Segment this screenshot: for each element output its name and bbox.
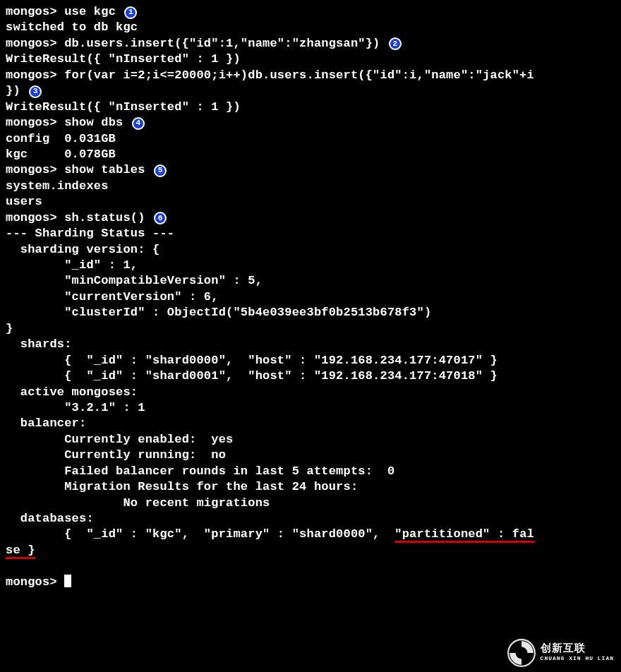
terminal-line: No recent migrations (6, 496, 615, 511)
terminal-line: users (6, 194, 615, 210)
annotation-badge-6: 6 (154, 212, 167, 224)
command-text: use kgc (64, 5, 116, 18)
annotation-badge-2: 2 (389, 37, 402, 50)
command-text: sh.status() (64, 211, 145, 224)
command-text: }) (6, 84, 20, 97)
prompt: mongos> (6, 211, 64, 224)
terminal-line: } (6, 321, 615, 337)
terminal-line: --- Sharding Status --- (6, 226, 615, 241)
annotation-badge-4: 4 (132, 117, 145, 130)
terminal-line: mongos> show tables 5 (6, 162, 615, 178)
prompt: mongos> (6, 575, 64, 589)
terminal-line: "_id" : 1, (6, 258, 615, 273)
terminal-line: system.indexes (6, 179, 615, 194)
watermark-en: CHUANG XIN HU LIAN (541, 656, 614, 662)
terminal-line: { "_id" : "shard0001", "host" : "192.168… (6, 368, 615, 384)
terminal-line: Currently enabled: yes (6, 432, 615, 448)
terminal-line: sharding version: { (6, 242, 615, 258)
terminal-output: mongos> use kgc 1 switched to db kgc mon… (6, 4, 615, 590)
terminal-line: switched to db kgc (6, 20, 615, 35)
terminal-line: "clusterId" : ObjectId("5b4e039ee3bf0b25… (6, 305, 615, 320)
highlighted-field: "partitioned" : fal (394, 527, 534, 543)
annotation-badge-3: 3 (29, 85, 42, 98)
watermark-cn: 创新互联 (541, 644, 614, 656)
prompt: mongos> (6, 68, 64, 82)
command-text: show tables (64, 163, 145, 176)
watermark-text: 创新互联 CHUANG XIN HU LIAN (541, 644, 614, 661)
terminal-line: { "_id" : "shard0000", "host" : "192.168… (6, 353, 615, 368)
terminal-line: balancer: (6, 416, 615, 431)
prompt: mongos> (6, 5, 64, 18)
terminal-line: mongos> sh.status() 6 (6, 210, 615, 226)
terminal-line: }) 3 (6, 83, 615, 99)
prompt: mongos> (6, 37, 64, 50)
terminal-line: Currently running: no (6, 448, 615, 463)
terminal-line: config 0.031GB (6, 131, 615, 147)
terminal-line: { "_id" : "kgc", "primary" : "shard0000"… (6, 527, 615, 542)
db-row-prefix: { "_id" : "kgc", "primary" : "shard0000"… (6, 527, 394, 541)
terminal-line: Failed balancer rounds in last 5 attempt… (6, 464, 615, 479)
highlighted-field: se } (6, 544, 35, 559)
terminal-line: mongos> use kgc 1 (6, 4, 615, 20)
terminal-line: "3.2.1" : 1 (6, 400, 615, 416)
annotation-badge-1: 1 (124, 6, 137, 19)
terminal-line: Migration Results for the last 24 hours: (6, 479, 615, 495)
terminal-line: WriteResult({ "nInserted" : 1 }) (6, 52, 615, 67)
terminal-line (6, 558, 615, 574)
prompt: mongos> (6, 163, 64, 176)
terminal-line: "currentVersion" : 6, (6, 289, 615, 305)
command-text: show dbs (64, 116, 123, 129)
terminal-line[interactable]: mongos> (6, 575, 615, 590)
terminal-line: mongos> show dbs 4 (6, 115, 615, 131)
terminal-line: shards: (6, 337, 615, 352)
terminal-line: databases: (6, 511, 615, 527)
watermark: 创新互联 CHUANG XIN HU LIAN (507, 638, 614, 668)
prompt: mongos> (6, 116, 64, 129)
watermark-logo-icon (507, 638, 536, 668)
terminal-line: mongos> db.users.insert({"id":1,"name":"… (6, 36, 615, 52)
command-text: db.users.insert({"id":1,"name":"zhangsan… (64, 37, 380, 50)
command-text: for(var i=2;i<=20000;i++)db.users.insert… (64, 68, 534, 82)
terminal-line: "minCompatibleVersion" : 5, (6, 273, 615, 289)
terminal-line: se } (6, 543, 615, 558)
terminal-line: kgc 0.078GB (6, 147, 615, 162)
terminal-line: WriteResult({ "nInserted" : 1 }) (6, 100, 615, 115)
cursor-icon (64, 575, 71, 587)
terminal-line: active mongoses: (6, 385, 615, 400)
terminal-line: mongos> for(var i=2;i<=20000;i++)db.user… (6, 68, 615, 83)
annotation-badge-5: 5 (154, 164, 167, 177)
